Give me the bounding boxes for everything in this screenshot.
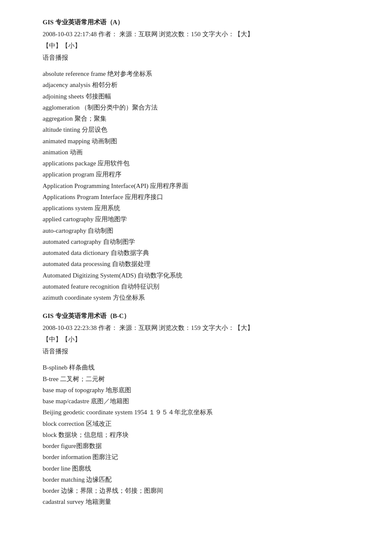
list-item: agglomeration （制图分类中的）聚合方法 bbox=[43, 102, 366, 113]
list-item: applications package 应用软件包 bbox=[43, 158, 366, 169]
section-bc-terms: B-splineb 样条曲线B-tree 二叉树；二元树base map of … bbox=[43, 362, 366, 507]
list-item: altitude tinting 分层设色 bbox=[43, 124, 366, 135]
list-item: automated feature recognition 自动特征识别 bbox=[43, 281, 366, 292]
list-item: auto-cartography 自动制图 bbox=[43, 225, 366, 236]
list-item: absolute reference frame 绝对参考坐标系 bbox=[43, 68, 366, 79]
list-item: block 数据块；信息组；程序块 bbox=[43, 429, 366, 440]
list-item: border 边缘；界限；边界线；邻接；图廓间 bbox=[43, 485, 366, 496]
section-bc: GIS 专业英语常用术语（B-C） 2008-10-03 22:23:38 作者… bbox=[43, 311, 366, 507]
list-item: automated data dictionary 自动数据字典 bbox=[43, 247, 366, 258]
list-item: adjacency analysis 相邻分析 bbox=[43, 79, 366, 90]
list-item: applications system 应用系统 bbox=[43, 202, 366, 214]
list-item: block correction 区域改正 bbox=[43, 418, 366, 429]
section-a-voice: 语音播报 bbox=[43, 52, 366, 64]
list-item: cadastral survey 地籍测量 bbox=[43, 496, 366, 507]
section-a-meta: 2008-10-03 22:17:48 作者： 来源：互联网 浏览次数：150 … bbox=[43, 29, 366, 40]
list-item: Beijing geodetic coordinate system 1954 … bbox=[43, 407, 366, 418]
list-item: border matching 边缘匹配 bbox=[43, 474, 366, 485]
section-bc-meta: 2008-10-03 22:23:38 作者： 来源：互联网 浏览次数：159 … bbox=[43, 323, 366, 334]
list-item: adjoining sheets 邻接图幅 bbox=[43, 91, 366, 102]
page-content: GIS 专业英语常用术语（A） 2008-10-03 22:17:48 作者： … bbox=[43, 17, 366, 508]
section-bc-voice: 语音播报 bbox=[43, 346, 366, 357]
list-item: animated mapping 动画制图 bbox=[43, 136, 366, 147]
section-a-terms: absolute reference frame 绝对参考坐标系adjacenc… bbox=[43, 68, 366, 303]
list-item: B-splineb 样条曲线 bbox=[43, 362, 366, 373]
list-item: applied cartography 应用地图学 bbox=[43, 214, 366, 225]
list-item: aggregation 聚合；聚集 bbox=[43, 113, 366, 124]
section-bc-title: GIS 专业英语常用术语（B-C） bbox=[43, 311, 366, 322]
section-a-font-controls[interactable]: 【中】【小】 bbox=[43, 40, 366, 52]
section-a-title: GIS 专业英语常用术语（A） bbox=[43, 17, 366, 28]
section-bc-font-controls[interactable]: 【中】【小】 bbox=[43, 334, 366, 345]
list-item: automated cartography 自动制图学 bbox=[43, 236, 366, 247]
list-item: azimuth coordinate system 方位坐标系 bbox=[43, 292, 366, 303]
list-item: application program 应用程序 bbox=[43, 169, 366, 180]
list-item: border figure图廓数据 bbox=[43, 440, 366, 451]
list-item: base map of topography 地形底图 bbox=[43, 384, 366, 396]
list-item: border line 图廓线 bbox=[43, 463, 366, 474]
list-item: Automated Digitizing System(ADS) 自动数字化系统 bbox=[43, 270, 366, 281]
list-item: automated data processing 自动数据处理 bbox=[43, 258, 366, 269]
section-a: GIS 专业英语常用术语（A） 2008-10-03 22:17:48 作者： … bbox=[43, 17, 366, 303]
list-item: B-tree 二叉树；二元树 bbox=[43, 373, 366, 384]
list-item: Applications Program Interface 应用程序接口 bbox=[43, 191, 366, 202]
list-item: Application Programming Interface(API) 应… bbox=[43, 180, 366, 191]
list-item: base map/cadastre 底图／地籍图 bbox=[43, 396, 366, 407]
list-item: animation 动画 bbox=[43, 147, 366, 158]
list-item: border information 图廓注记 bbox=[43, 451, 366, 462]
